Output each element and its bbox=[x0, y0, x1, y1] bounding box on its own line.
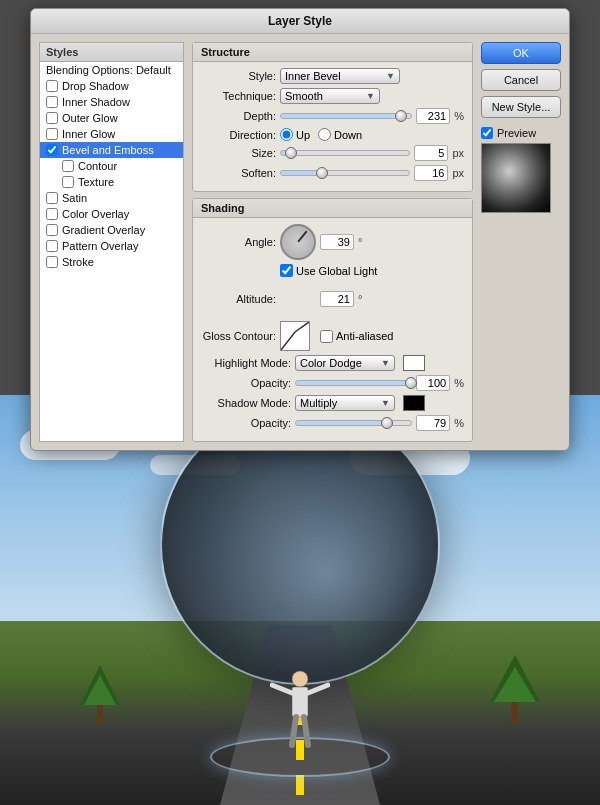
stroke-checkbox[interactable] bbox=[46, 256, 58, 268]
color-overlay-checkbox[interactable] bbox=[46, 208, 58, 220]
angle-dial[interactable] bbox=[280, 224, 316, 260]
inner-glow-checkbox[interactable] bbox=[46, 128, 58, 140]
size-slider[interactable] bbox=[280, 150, 410, 156]
new-style-button[interactable]: New Style... bbox=[481, 96, 561, 118]
contour-preview[interactable] bbox=[280, 321, 310, 351]
preview-checkbox[interactable] bbox=[481, 127, 493, 139]
drop-shadow-checkbox[interactable] bbox=[46, 80, 58, 92]
texture-checkbox[interactable] bbox=[62, 176, 74, 188]
highlight-mode-row: Highlight Mode: Color Dodge ▼ bbox=[201, 355, 464, 371]
blending-options-label: Blending Options: Default bbox=[46, 64, 171, 76]
size-input[interactable] bbox=[414, 145, 448, 161]
global-light-label[interactable]: Use Global Light bbox=[280, 264, 377, 277]
altitude-input[interactable] bbox=[320, 291, 354, 307]
style-select-arrow: ▼ bbox=[386, 71, 395, 81]
pattern-overlay-label: Pattern Overlay bbox=[62, 240, 138, 252]
satin-label: Satin bbox=[62, 192, 87, 204]
technique-select[interactable]: Smooth ▼ bbox=[280, 88, 380, 104]
person-figure bbox=[270, 665, 330, 765]
highlight-opacity-row: Opacity: % bbox=[201, 375, 464, 391]
size-unit: px bbox=[452, 147, 464, 159]
highlight-opacity-label: Opacity: bbox=[201, 377, 291, 389]
global-light-checkbox[interactable] bbox=[280, 264, 293, 277]
svg-line-3 bbox=[308, 685, 328, 693]
size-slider-thumb[interactable] bbox=[285, 147, 297, 159]
color-overlay-item[interactable]: Color Overlay bbox=[40, 206, 183, 222]
inner-shadow-checkbox[interactable] bbox=[46, 96, 58, 108]
pattern-overlay-checkbox[interactable] bbox=[46, 240, 58, 252]
bevel-emboss-item[interactable]: Bevel and Emboss bbox=[40, 142, 183, 158]
blending-options-item[interactable]: Blending Options: Default bbox=[40, 62, 183, 78]
inner-glow-item[interactable]: Inner Glow bbox=[40, 126, 183, 142]
depth-slider[interactable] bbox=[280, 113, 412, 119]
preview-label: Preview bbox=[481, 127, 561, 139]
direction-down-radio[interactable] bbox=[318, 128, 331, 141]
bevel-emboss-checkbox[interactable] bbox=[46, 144, 58, 156]
highlight-mode-select[interactable]: Color Dodge ▼ bbox=[295, 355, 395, 371]
direction-up-label[interactable]: Up bbox=[280, 128, 310, 141]
bevel-emboss-panel: Structure Style: Inner Bevel ▼ Technique… bbox=[192, 42, 473, 442]
svg-line-2 bbox=[272, 685, 292, 693]
drop-shadow-item[interactable]: Drop Shadow bbox=[40, 78, 183, 94]
contour-checkbox[interactable] bbox=[62, 160, 74, 172]
highlight-color-swatch[interactable] bbox=[403, 355, 425, 371]
satin-item[interactable]: Satin bbox=[40, 190, 183, 206]
style-select[interactable]: Inner Bevel ▼ bbox=[280, 68, 400, 84]
gradient-overlay-item[interactable]: Gradient Overlay bbox=[40, 222, 183, 238]
shadow-mode-select[interactable]: Multiply ▼ bbox=[295, 395, 395, 411]
global-light-row: Use Global Light bbox=[201, 264, 464, 277]
shadow-opacity-slider[interactable] bbox=[295, 420, 412, 426]
shading-section: Shading Angle: ° Use Global Light bbox=[192, 198, 473, 442]
highlight-opacity-slider[interactable] bbox=[295, 380, 412, 386]
soften-slider-thumb[interactable] bbox=[316, 167, 328, 179]
direction-down-label[interactable]: Down bbox=[318, 128, 362, 141]
gradient-overlay-checkbox[interactable] bbox=[46, 224, 58, 236]
texture-item[interactable]: Texture bbox=[40, 174, 183, 190]
outer-glow-label: Outer Glow bbox=[62, 112, 118, 124]
technique-row: Technique: Smooth ▼ bbox=[201, 88, 464, 104]
outer-glow-checkbox[interactable] bbox=[46, 112, 58, 124]
style-select-value: Inner Bevel bbox=[285, 70, 341, 82]
pattern-overlay-item[interactable]: Pattern Overlay bbox=[40, 238, 183, 254]
inner-shadow-label: Inner Shadow bbox=[62, 96, 130, 108]
shadow-mode-label: Shadow Mode: bbox=[201, 397, 291, 409]
soften-slider[interactable] bbox=[280, 170, 410, 176]
highlight-opacity-thumb[interactable] bbox=[405, 377, 417, 389]
shadow-opacity-label: Opacity: bbox=[201, 417, 291, 429]
ok-button[interactable]: OK bbox=[481, 42, 561, 64]
shading-title: Shading bbox=[193, 199, 472, 218]
cancel-button[interactable]: Cancel bbox=[481, 69, 561, 91]
anti-aliased-label[interactable]: Anti-aliased bbox=[320, 330, 393, 343]
highlight-opacity-input[interactable] bbox=[416, 375, 450, 391]
depth-input[interactable] bbox=[416, 108, 450, 124]
soften-row: Soften: px bbox=[201, 165, 464, 181]
gloss-contour-label: Gloss Contour: bbox=[201, 330, 276, 342]
satin-checkbox[interactable] bbox=[46, 192, 58, 204]
direction-row: Direction: Up Down bbox=[201, 128, 464, 141]
depth-row: Depth: % bbox=[201, 108, 464, 124]
direction-up-text: Up bbox=[296, 129, 310, 141]
shadow-opacity-thumb[interactable] bbox=[381, 417, 393, 429]
technique-select-value: Smooth bbox=[285, 90, 323, 102]
svg-line-5 bbox=[304, 717, 308, 745]
svg-point-0 bbox=[292, 671, 308, 687]
angle-input[interactable] bbox=[320, 234, 354, 250]
gradient-overlay-label: Gradient Overlay bbox=[62, 224, 145, 236]
direction-up-radio[interactable] bbox=[280, 128, 293, 141]
preview-text: Preview bbox=[497, 127, 536, 139]
preview-box bbox=[481, 143, 551, 213]
shadow-opacity-input[interactable] bbox=[416, 415, 450, 431]
highlight-mode-arrow: ▼ bbox=[381, 358, 390, 368]
contour-item[interactable]: Contour bbox=[40, 158, 183, 174]
anti-aliased-checkbox[interactable] bbox=[320, 330, 333, 343]
contour-label: Contour bbox=[78, 160, 117, 172]
soften-unit: px bbox=[452, 167, 464, 179]
outer-glow-item[interactable]: Outer Glow bbox=[40, 110, 183, 126]
drop-shadow-label: Drop Shadow bbox=[62, 80, 129, 92]
depth-slider-thumb[interactable] bbox=[395, 110, 407, 122]
soften-input[interactable] bbox=[414, 165, 448, 181]
shadow-color-swatch[interactable] bbox=[403, 395, 425, 411]
inner-shadow-item[interactable]: Inner Shadow bbox=[40, 94, 183, 110]
tree-right bbox=[490, 655, 540, 725]
stroke-item[interactable]: Stroke bbox=[40, 254, 183, 270]
